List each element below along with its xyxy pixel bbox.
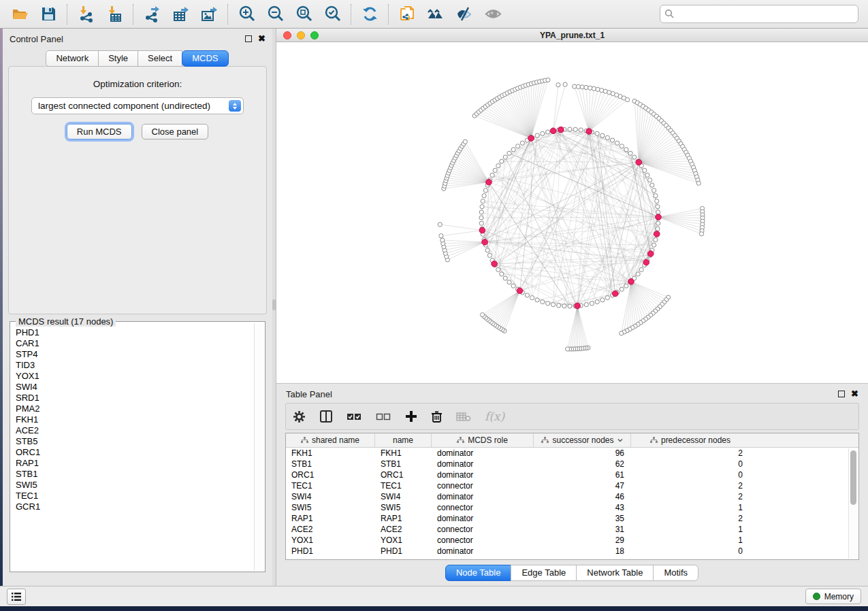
network-node[interactable]	[507, 280, 511, 284]
table-cell[interactable]: STB1	[375, 459, 432, 469]
export-image-button[interactable]	[195, 2, 223, 27]
network-node[interactable]	[573, 127, 577, 131]
table-row[interactable]: RAP1RAP1dominator352	[286, 513, 858, 524]
table-cell[interactable]: dominator	[432, 514, 534, 523]
table-row[interactable]: PHD1PHD1dominator180	[286, 546, 858, 557]
network-node[interactable]	[500, 159, 504, 163]
table-cell[interactable]: PHD1	[375, 546, 432, 556]
table-tab-node-table[interactable]: Node Table	[445, 565, 512, 581]
network-node[interactable]	[503, 276, 507, 280]
network-node[interactable]	[624, 148, 628, 152]
network-node[interactable]	[580, 85, 584, 89]
mcds-result-item[interactable]: CAR1	[16, 338, 254, 349]
save-session-button[interactable]	[34, 2, 63, 27]
mcds-result-item[interactable]: PHD1	[16, 327, 254, 338]
network-node[interactable]	[500, 272, 504, 276]
network-node[interactable]	[628, 151, 632, 155]
deselect-all-button[interactable]	[376, 412, 391, 422]
network-node[interactable]	[541, 131, 545, 135]
table-cell[interactable]: 46	[534, 492, 631, 501]
network-node[interactable]	[546, 78, 550, 82]
network-node[interactable]	[557, 303, 561, 308]
network-node[interactable]	[463, 139, 467, 144]
network-node[interactable]	[579, 128, 583, 132]
column-header-successor-nodes[interactable]: successor nodes	[534, 433, 631, 447]
table-cell[interactable]: 1	[631, 503, 750, 512]
hide-selected-button[interactable]	[450, 2, 479, 27]
mcds-result-item[interactable]: SWI4	[16, 382, 254, 393]
table-cell[interactable]: SWI5	[375, 503, 432, 512]
mcds-result-scrollbar[interactable]	[254, 323, 263, 570]
control-panel-close-icon[interactable]: ✖	[258, 35, 266, 42]
run-mcds-button[interactable]: Run MCDS	[67, 124, 132, 139]
table-panel-float-icon[interactable]	[838, 391, 845, 397]
table-cell[interactable]: dominator	[432, 448, 534, 458]
add-row-button[interactable]	[405, 410, 417, 423]
mcds-hub-node[interactable]	[586, 129, 592, 135]
table-cell[interactable]: connector	[432, 525, 534, 534]
table-tab-network-table[interactable]: Network Table	[576, 565, 654, 581]
mcds-result-item[interactable]: SRD1	[16, 393, 254, 403]
table-cell[interactable]: connector	[432, 535, 534, 545]
mcds-hub-node[interactable]	[528, 135, 534, 142]
network-node[interactable]	[626, 97, 630, 101]
network-node[interactable]	[511, 148, 515, 152]
control-tab-select[interactable]: Select	[138, 50, 182, 67]
panel-split-divider[interactable]	[272, 29, 276, 586]
network-node[interactable]	[611, 138, 615, 142]
delete-table-button[interactable]	[456, 412, 471, 422]
mcds-hub-node[interactable]	[482, 240, 488, 246]
table-row[interactable]: STB1STB1dominator620	[286, 459, 858, 469]
table-row[interactable]: ORC1ORC1dominator610	[286, 469, 858, 480]
export-table-button[interactable]	[166, 2, 195, 27]
network-node[interactable]	[639, 267, 643, 271]
network-node[interactable]	[588, 86, 592, 90]
network-node[interactable]	[525, 293, 529, 297]
table-scrollbar-thumb[interactable]	[850, 450, 856, 505]
mcds-result-item[interactable]: ACE2	[16, 425, 254, 436]
mcds-result-item[interactable]: FKH1	[16, 414, 254, 425]
network-node[interactable]	[643, 168, 647, 172]
table-cell[interactable]: 43	[534, 503, 631, 512]
network-node[interactable]	[605, 135, 609, 139]
network-node[interactable]	[656, 205, 660, 209]
network-node[interactable]	[503, 155, 507, 159]
network-node[interactable]	[439, 233, 443, 237]
table-cell[interactable]: YOX1	[286, 535, 375, 545]
zoom-out-button[interactable]	[261, 2, 289, 27]
column-header-name[interactable]: name	[375, 433, 432, 447]
network-node[interactable]	[632, 155, 637, 159]
mcds-result-item[interactable]: ORC1	[16, 447, 254, 458]
table-row[interactable]: YOX1YOX1connector291	[286, 535, 858, 546]
network-node[interactable]	[699, 232, 703, 236]
table-cell[interactable]: connector	[432, 503, 534, 512]
show-all-button[interactable]	[479, 2, 507, 27]
control-panel-float-icon[interactable]	[245, 35, 252, 42]
network-node[interactable]	[535, 133, 539, 137]
table-cell[interactable]: YOX1	[375, 535, 432, 545]
network-node[interactable]	[546, 130, 550, 134]
network-canvas[interactable]	[276, 42, 868, 383]
network-node[interactable]	[568, 127, 572, 131]
table-cell[interactable]: 1	[631, 535, 750, 545]
network-node[interactable]	[485, 248, 489, 252]
network-node[interactable]	[530, 296, 534, 300]
table-cell[interactable]: 0	[631, 470, 750, 480]
zoom-fit-button[interactable]	[289, 2, 318, 27]
network-node[interactable]	[515, 144, 519, 148]
table-cell[interactable]: 2	[631, 492, 750, 501]
table-cell[interactable]: RAP1	[375, 514, 432, 523]
network-node[interactable]	[511, 284, 515, 288]
table-cell[interactable]: ORC1	[375, 470, 432, 480]
network-node[interactable]	[440, 238, 445, 242]
network-node[interactable]	[563, 82, 567, 86]
table-tab-edge-table[interactable]: Edge Table	[511, 565, 577, 581]
table-cell[interactable]: 0	[631, 546, 750, 556]
table-cell[interactable]: 18	[534, 546, 631, 556]
table-cell[interactable]: SWI4	[286, 492, 375, 501]
mcds-result-item[interactable]: PMA2	[16, 403, 254, 414]
network-node[interactable]	[620, 331, 624, 335]
network-node[interactable]	[624, 284, 628, 288]
table-cell[interactable]: 96	[534, 448, 631, 458]
zoom-selected-button[interactable]	[318, 2, 347, 27]
